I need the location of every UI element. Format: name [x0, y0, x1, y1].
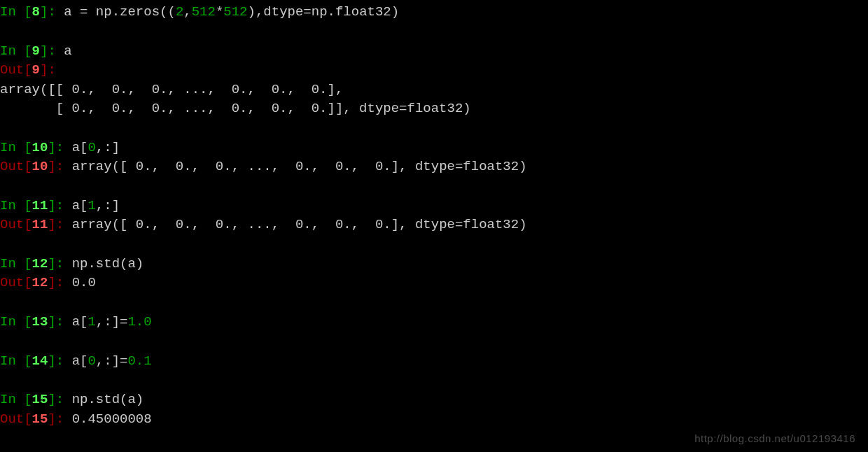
in-close: ]: — [48, 392, 71, 407]
blank-line — [0, 22, 868, 42]
in-close: ]: — [48, 198, 71, 213]
watermark-text: http://blog.csdn.net/u012193416 — [694, 431, 855, 446]
code: ,:] — [96, 198, 120, 213]
code: ,:] — [96, 140, 120, 155]
in-prompt: In [ — [0, 198, 32, 213]
num-lit: 2 — [176, 4, 183, 20]
out-close: ]: — [48, 411, 71, 427]
out-content: array([ 0., 0., 0., ..., 0., 0., 0.], dt… — [72, 217, 527, 232]
out-line-9: Out[9]: — [0, 61, 868, 80]
in-prompt: In [ — [0, 140, 32, 155]
out-content-9b: [ 0., 0., 0., ..., 0., 0., 0.]], dtype=f… — [0, 99, 868, 119]
out-num: 15 — [32, 411, 48, 427]
code: a[ — [72, 353, 88, 369]
in-line-14: In [14]: a[0,:]=0.1 — [0, 352, 868, 372]
in-line-9: In [9]: a — [0, 42, 868, 62]
in-num: 13 — [32, 314, 48, 330]
in-line-11: In [11]: a[1,:] — [0, 197, 868, 216]
terminal-output[interactable]: In [8]: a = np.zeros((2,512*512),dtype=n… — [0, 3, 868, 429]
code: a[ — [72, 140, 88, 155]
out-content: 0.0 — [72, 275, 96, 290]
in-num: 11 — [32, 198, 48, 213]
in-num: 14 — [32, 353, 48, 369]
out-prompt: Out[ — [0, 159, 32, 174]
in-prompt: In [ — [0, 314, 32, 330]
code: np.std(a) — [72, 392, 144, 407]
out-line-10: Out[10]: array([ 0., 0., 0., ..., 0., 0.… — [0, 157, 868, 177]
out-close: ]: — [48, 217, 71, 232]
code: ,:]= — [96, 353, 128, 369]
num-lit: 0 — [88, 353, 95, 369]
code: ,:]= — [96, 314, 128, 330]
in-num: 9 — [32, 43, 40, 59]
code: ),dtype=np.float32) — [248, 4, 400, 20]
code: a — [64, 43, 71, 59]
out-line-11: Out[11]: array([ 0., 0., 0., ..., 0., 0.… — [0, 216, 868, 235]
in-prompt: In [ — [0, 353, 32, 369]
out-num: 9 — [32, 62, 40, 78]
in-close: ]: — [48, 256, 71, 271]
in-line-10: In [10]: a[0,:] — [0, 139, 868, 158]
code: np.std(a) — [72, 256, 144, 271]
blank-line — [0, 332, 868, 352]
num-lit: 512 — [192, 4, 216, 20]
out-content-9a: array([[ 0., 0., 0., ..., 0., 0., 0.], — [0, 80, 868, 100]
out-close: ]: — [40, 62, 64, 78]
in-num: 10 — [32, 140, 48, 155]
out-close: ]: — [48, 275, 71, 290]
in-close: ]: — [48, 140, 71, 155]
op: * — [216, 4, 223, 20]
in-line-15: In [15]: np.std(a) — [0, 390, 868, 410]
in-prompt: In [ — [0, 43, 32, 59]
in-prompt: In [ — [0, 256, 32, 271]
out-line-12: Out[12]: 0.0 — [0, 274, 868, 293]
num-lit: 512 — [223, 4, 247, 20]
in-line-8: In [8]: a = np.zeros((2,512*512),dtype=n… — [0, 3, 868, 22]
in-line-12: In [12]: np.std(a) — [0, 255, 868, 274]
in-line-13: In [13]: a[1,:]=1.0 — [0, 313, 868, 332]
num-lit: 1.0 — [127, 314, 151, 330]
in-prompt: In [ — [0, 392, 32, 407]
out-num: 10 — [32, 159, 48, 174]
out-prompt: Out[ — [0, 411, 32, 427]
out-close: ]: — [48, 159, 71, 174]
out-num: 11 — [32, 217, 48, 232]
in-close: ]: — [48, 314, 71, 330]
blank-line — [0, 177, 868, 197]
sep: , — [183, 4, 191, 20]
in-num: 15 — [32, 392, 48, 407]
out-prompt: Out[ — [0, 275, 32, 290]
blank-line — [0, 119, 868, 139]
out-content: 0.45000008 — [72, 411, 152, 427]
blank-line — [0, 293, 868, 313]
num-lit: 1 — [88, 314, 95, 330]
in-num: 8 — [32, 4, 40, 20]
blank-line — [0, 235, 868, 255]
out-prompt: Out[ — [0, 62, 32, 78]
num-lit: 0.1 — [127, 353, 151, 369]
code: a[ — [72, 314, 88, 330]
in-prompt: In [ — [0, 4, 32, 20]
out-line-15: Out[15]: 0.45000008 — [0, 410, 868, 430]
in-num: 12 — [32, 256, 48, 271]
blank-line — [0, 371, 868, 390]
out-prompt: Out[ — [0, 217, 32, 232]
out-content: array([ 0., 0., 0., ..., 0., 0., 0.], dt… — [72, 159, 527, 174]
code: a[ — [72, 198, 88, 213]
num-lit: 1 — [88, 198, 95, 213]
in-close: ]: — [48, 353, 71, 369]
in-close: ]: — [40, 4, 64, 20]
num-lit: 0 — [88, 140, 95, 155]
in-close: ]: — [40, 43, 64, 59]
code: a = np.zeros(( — [64, 4, 176, 20]
out-num: 12 — [32, 275, 48, 290]
